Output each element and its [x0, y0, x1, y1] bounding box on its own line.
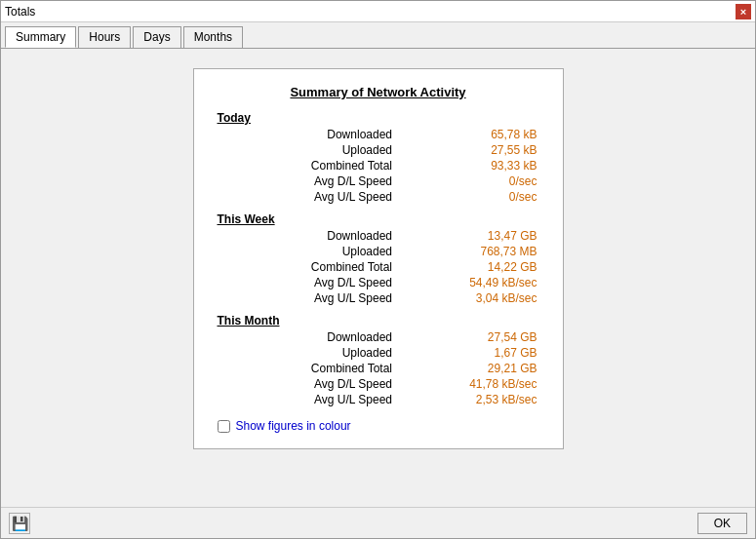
- section-today: Today: [218, 111, 539, 125]
- table-row: Combined Total 14,22 GB: [218, 259, 539, 275]
- table-row: Avg U/L Speed 2,53 kB/sec: [218, 392, 539, 407]
- table-row: Downloaded 65,78 kB: [218, 127, 539, 142]
- table-row: Combined Total 29,21 GB: [218, 361, 539, 376]
- this-week-table: Downloaded 13,47 GB Uploaded 768,73 MB C…: [218, 228, 539, 306]
- summary-title: Summary of Network Activity: [218, 85, 539, 99]
- table-row: Combined Total 93,33 kB: [218, 158, 539, 173]
- table-row: Avg U/L Speed 0/sec: [218, 189, 539, 205]
- save-button[interactable]: 💾: [9, 513, 30, 534]
- tab-summary[interactable]: Summary: [5, 26, 76, 48]
- today-table: Downloaded 65,78 kB Uploaded 27,55 kB Co…: [218, 127, 539, 205]
- table-row: Downloaded 27,54 GB: [218, 329, 539, 345]
- footer: 💾 OK: [1, 507, 755, 538]
- section-this-month: This Month: [218, 314, 539, 327]
- tab-hours[interactable]: Hours: [78, 26, 131, 48]
- tab-months[interactable]: Months: [183, 26, 243, 48]
- table-row: Avg U/L Speed 3,04 kB/sec: [218, 290, 539, 306]
- table-row: Uploaded 27,55 kB: [218, 142, 539, 158]
- show-figures-checkbox[interactable]: [218, 420, 230, 433]
- table-row: Uploaded 768,73 MB: [218, 244, 539, 259]
- ok-button[interactable]: OK: [697, 513, 747, 534]
- close-button[interactable]: ×: [736, 4, 751, 19]
- tabs-bar: Summary Hours Days Months: [1, 22, 755, 49]
- this-month-table: Downloaded 27,54 GB Uploaded 1,67 GB Com…: [218, 329, 539, 407]
- summary-box: Summary of Network Activity Today Downlo…: [193, 68, 564, 449]
- table-row: Uploaded 1,67 GB: [218, 345, 539, 361]
- section-this-week: This Week: [218, 212, 539, 226]
- table-row: Avg D/L Speed 54,49 kB/sec: [218, 275, 539, 290]
- main-content: Summary of Network Activity Today Downlo…: [1, 49, 755, 507]
- table-row: Avg D/L Speed 0/sec: [218, 173, 539, 189]
- tab-days[interactable]: Days: [133, 26, 180, 48]
- show-figures-label: Show figures in colour: [236, 419, 351, 433]
- save-icon: 💾: [12, 516, 28, 531]
- table-row: Downloaded 13,47 GB: [218, 228, 539, 244]
- table-row: Avg D/L Speed 41,78 kB/sec: [218, 376, 539, 392]
- title-bar: Totals ×: [1, 1, 755, 22]
- window-title: Totals: [5, 5, 35, 19]
- show-figures-row: Show figures in colour: [218, 419, 539, 433]
